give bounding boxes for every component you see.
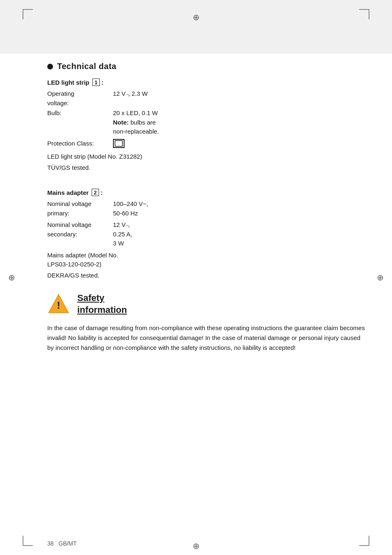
led-model-text: LED light strip (Model No. Z31282) <box>47 152 367 162</box>
mains-adapter-label: Mains adapter <box>47 189 89 196</box>
bulb-value: 20 x LED, 0.1 W Note: bulbs arenon-repla… <box>113 109 159 136</box>
secondary-label: Nominal voltagesecondary: <box>47 220 113 248</box>
primary-value: 100–240 V~,50-60 Hz <box>113 199 148 218</box>
section-title-row: Technical data <box>47 62 367 71</box>
safety-heading-line1: Safety <box>77 293 104 303</box>
voltage-label: Operatingvoltage: <box>47 89 113 108</box>
spec-row-bulb: Bulb: 20 x LED, 0.1 W Note: bulbs arenon… <box>47 109 367 136</box>
safety-title-block: Safety information <box>77 292 127 316</box>
footer-area: 38 GB/MT ⊕ <box>0 530 392 555</box>
note-bold: Note: <box>113 119 129 126</box>
safety-header: ! Safety information <box>47 292 367 316</box>
svg-rect-1 <box>115 141 122 146</box>
bullet-circle-icon <box>47 64 53 69</box>
mains-adapter-colon: : <box>101 189 103 196</box>
mains-test-text: DEKRA/GS tested. <box>47 271 367 280</box>
spec-row-primary: Nominal voltageprimary: 100–240 V~,50-60… <box>47 199 367 218</box>
led-strip-specs: Operatingvoltage: 12 V ⎓, 2.3 W Bulb: 20… <box>47 89 367 172</box>
led-strip-number: 1 <box>92 79 100 86</box>
mains-adapter-specs: Nominal voltageprimary: 100–240 V~,50-60… <box>47 199 367 280</box>
spec-row-secondary: Nominal voltagesecondary: 12 V ⎓,0.25 A,… <box>47 220 367 248</box>
led-strip-section: LED light strip 1 : Operatingvoltage: 12… <box>47 79 367 172</box>
bulb-label: Bulb: <box>47 109 113 136</box>
reg-mark-top-center: ⊕ <box>193 12 200 22</box>
svg-text:!: ! <box>57 300 60 311</box>
mains-model-text: Mains adapter (Model No.LPS03-120-0250-2… <box>47 251 367 269</box>
protection-label: Protection Class: <box>47 139 113 151</box>
secondary-value: 12 V ⎓,0.25 A,3 W <box>113 220 132 248</box>
corner-bracket-top-left <box>23 9 33 19</box>
safety-body-text: In the case of damage resulting from non… <box>47 323 367 353</box>
led-strip-label: LED light strip <box>47 79 90 86</box>
spec-row-voltage: Operatingvoltage: 12 V ⎓, 2.3 W <box>47 89 367 108</box>
class-ii-symbol <box>113 139 125 148</box>
page-num-value: 38 <box>47 540 54 547</box>
mains-adapter-section: Mains adapter 2 : Nominal voltageprimary… <box>47 189 367 280</box>
led-test-text: TÜV/GS tested. <box>47 163 367 173</box>
top-area: ⊕ <box>0 0 392 53</box>
led-strip-heading: LED light strip 1 : <box>47 79 367 86</box>
safety-heading-line2: information <box>77 305 127 315</box>
mains-adapter-heading: Mains adapter 2 : <box>47 189 367 196</box>
main-content: Technical data LED light strip 1 : Opera… <box>0 53 392 530</box>
footer-locale: GB/MT <box>58 540 76 547</box>
primary-label: Nominal voltageprimary: <box>47 199 113 218</box>
voltage-value: 12 V ⎓, 2.3 W <box>113 89 148 108</box>
protection-value <box>113 139 125 151</box>
section-title: Technical data <box>57 62 116 71</box>
safety-section: ! Safety information In the case of dama… <box>47 292 367 353</box>
reg-mark-bottom-center: ⊕ <box>193 541 200 551</box>
mains-adapter-number: 2 <box>92 189 99 196</box>
page-number: 38 GB/MT <box>47 540 77 547</box>
warning-triangle-icon: ! <box>47 292 70 315</box>
safety-title: Safety information <box>77 292 127 316</box>
spec-row-protection: Protection Class: <box>47 139 367 151</box>
corner-bracket-top-right <box>359 9 369 19</box>
led-strip-colon: : <box>101 79 104 86</box>
